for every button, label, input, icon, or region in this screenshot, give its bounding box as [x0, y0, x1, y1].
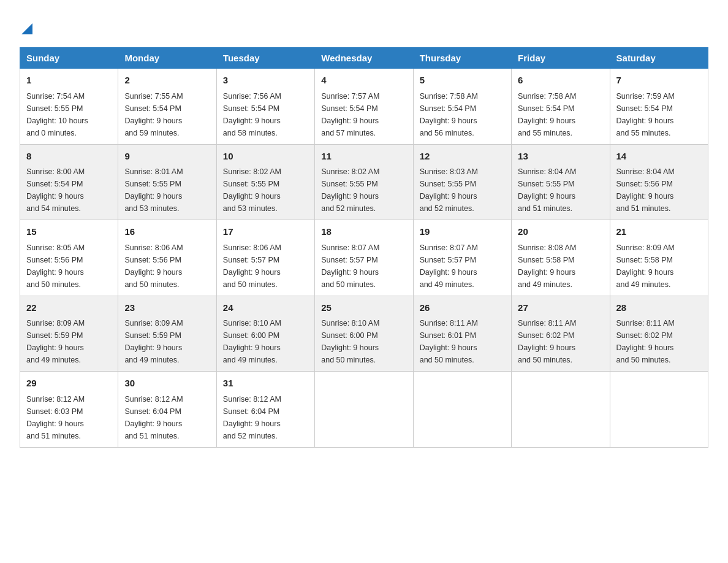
table-row: 4Sunrise: 7:57 AMSunset: 5:54 PMDaylight…: [315, 69, 413, 145]
day-info: Sunrise: 8:10 AMSunset: 6:00 PMDaylight:…: [223, 317, 308, 366]
day-info: Sunrise: 8:07 AMSunset: 5:57 PMDaylight:…: [321, 242, 406, 291]
day-info: Sunrise: 8:02 AMSunset: 5:55 PMDaylight:…: [321, 166, 406, 215]
day-number: 20: [518, 225, 603, 239]
day-info: Sunrise: 8:06 AMSunset: 5:57 PMDaylight:…: [223, 242, 308, 291]
table-row: 9Sunrise: 8:01 AMSunset: 5:55 PMDaylight…: [118, 144, 216, 220]
day-info: Sunrise: 7:59 AMSunset: 5:54 PMDaylight:…: [616, 90, 702, 139]
day-info: Sunrise: 7:58 AMSunset: 5:54 PMDaylight:…: [518, 90, 603, 139]
table-row: 11Sunrise: 8:02 AMSunset: 5:55 PMDayligh…: [315, 144, 413, 220]
table-row: 27Sunrise: 8:11 AMSunset: 6:02 PMDayligh…: [512, 296, 610, 372]
day-number: 5: [420, 74, 505, 88]
day-info: Sunrise: 8:12 AMSunset: 6:04 PMDaylight:…: [223, 393, 308, 442]
day-number: 30: [124, 377, 210, 391]
table-row: 30Sunrise: 8:12 AMSunset: 6:04 PMDayligh…: [118, 372, 216, 448]
table-row: 8Sunrise: 8:00 AMSunset: 5:54 PMDaylight…: [20, 144, 118, 220]
day-info: Sunrise: 8:07 AMSunset: 5:57 PMDaylight:…: [420, 242, 505, 291]
table-row: 12Sunrise: 8:03 AMSunset: 5:55 PMDayligh…: [413, 144, 511, 220]
day-info: Sunrise: 8:12 AMSunset: 6:04 PMDaylight:…: [124, 393, 210, 442]
day-number: 1: [26, 74, 112, 88]
day-info: Sunrise: 8:04 AMSunset: 5:56 PMDaylight:…: [616, 166, 702, 215]
day-number: 3: [223, 74, 308, 88]
table-row: 29Sunrise: 8:12 AMSunset: 6:03 PMDayligh…: [20, 372, 118, 448]
calendar-week-row: 22Sunrise: 8:09 AMSunset: 5:59 PMDayligh…: [20, 296, 708, 372]
day-number: 23: [124, 301, 210, 315]
day-info: Sunrise: 8:00 AMSunset: 5:54 PMDaylight:…: [26, 166, 112, 215]
day-number: 4: [321, 74, 406, 88]
day-number: 7: [616, 74, 702, 88]
calendar-table: Sunday Monday Tuesday Wednesday Thursday…: [20, 47, 708, 448]
table-row: 19Sunrise: 8:07 AMSunset: 5:57 PMDayligh…: [413, 220, 511, 296]
day-number: 26: [420, 301, 505, 315]
calendar-week-row: 8Sunrise: 8:00 AMSunset: 5:54 PMDaylight…: [20, 144, 708, 220]
table-row: 22Sunrise: 8:09 AMSunset: 5:59 PMDayligh…: [20, 296, 118, 372]
calendar-week-row: 15Sunrise: 8:05 AMSunset: 5:56 PMDayligh…: [20, 220, 708, 296]
table-row: [610, 372, 708, 448]
col-friday: Friday: [512, 48, 610, 69]
day-number: 25: [321, 301, 406, 315]
table-row: [315, 372, 413, 448]
calendar-header-row: Sunday Monday Tuesday Wednesday Thursday…: [20, 48, 708, 69]
day-info: Sunrise: 7:55 AMSunset: 5:54 PMDaylight:…: [124, 90, 210, 139]
logo-triangle-icon: [21, 23, 32, 34]
col-sunday: Sunday: [20, 48, 118, 69]
day-info: Sunrise: 8:09 AMSunset: 5:58 PMDaylight:…: [616, 242, 702, 291]
day-number: 13: [518, 150, 603, 164]
day-number: 16: [124, 225, 210, 239]
table-row: 2Sunrise: 7:55 AMSunset: 5:54 PMDaylight…: [118, 69, 216, 145]
table-row: 7Sunrise: 7:59 AMSunset: 5:54 PMDaylight…: [610, 69, 708, 145]
calendar-week-row: 1Sunrise: 7:54 AMSunset: 5:55 PMDaylight…: [20, 69, 708, 145]
day-number: 6: [518, 74, 603, 88]
table-row: 5Sunrise: 7:58 AMSunset: 5:54 PMDaylight…: [413, 69, 511, 145]
day-number: 9: [124, 150, 210, 164]
col-tuesday: Tuesday: [216, 48, 314, 69]
day-info: Sunrise: 8:11 AMSunset: 6:01 PMDaylight:…: [420, 317, 505, 366]
table-row: 23Sunrise: 8:09 AMSunset: 5:59 PMDayligh…: [118, 296, 216, 372]
table-row: 17Sunrise: 8:06 AMSunset: 5:57 PMDayligh…: [216, 220, 314, 296]
logo: [20, 15, 32, 35]
day-number: 10: [223, 150, 308, 164]
day-info: Sunrise: 7:56 AMSunset: 5:54 PMDaylight:…: [223, 90, 308, 139]
day-info: Sunrise: 8:09 AMSunset: 5:59 PMDaylight:…: [124, 317, 210, 366]
day-info: Sunrise: 8:11 AMSunset: 6:02 PMDaylight:…: [518, 317, 603, 366]
day-number: 14: [616, 150, 702, 164]
day-number: 15: [26, 225, 112, 239]
table-row: 6Sunrise: 7:58 AMSunset: 5:54 PMDaylight…: [512, 69, 610, 145]
day-info: Sunrise: 8:04 AMSunset: 5:55 PMDaylight:…: [518, 166, 603, 215]
day-number: 21: [616, 225, 702, 239]
page-header: [20, 15, 708, 35]
table-row: 25Sunrise: 8:10 AMSunset: 6:00 PMDayligh…: [315, 296, 413, 372]
table-row: 28Sunrise: 8:11 AMSunset: 6:02 PMDayligh…: [610, 296, 708, 372]
day-number: 11: [321, 150, 406, 164]
table-row: 10Sunrise: 8:02 AMSunset: 5:55 PMDayligh…: [216, 144, 314, 220]
table-row: 16Sunrise: 8:06 AMSunset: 5:56 PMDayligh…: [118, 220, 216, 296]
day-number: 27: [518, 301, 603, 315]
table-row: [413, 372, 511, 448]
day-info: Sunrise: 7:57 AMSunset: 5:54 PMDaylight:…: [321, 90, 406, 139]
day-info: Sunrise: 8:02 AMSunset: 5:55 PMDaylight:…: [223, 166, 308, 215]
col-monday: Monday: [118, 48, 216, 69]
day-number: 19: [420, 225, 505, 239]
day-number: 17: [223, 225, 308, 239]
table-row: 31Sunrise: 8:12 AMSunset: 6:04 PMDayligh…: [216, 372, 314, 448]
table-row: 21Sunrise: 8:09 AMSunset: 5:58 PMDayligh…: [610, 220, 708, 296]
col-wednesday: Wednesday: [315, 48, 413, 69]
table-row: 1Sunrise: 7:54 AMSunset: 5:55 PMDaylight…: [20, 69, 118, 145]
day-info: Sunrise: 8:11 AMSunset: 6:02 PMDaylight:…: [616, 317, 702, 366]
table-row: 15Sunrise: 8:05 AMSunset: 5:56 PMDayligh…: [20, 220, 118, 296]
day-number: 22: [26, 301, 112, 315]
col-thursday: Thursday: [413, 48, 511, 69]
day-info: Sunrise: 8:12 AMSunset: 6:03 PMDaylight:…: [26, 393, 112, 442]
day-info: Sunrise: 8:08 AMSunset: 5:58 PMDaylight:…: [518, 242, 603, 291]
day-info: Sunrise: 8:05 AMSunset: 5:56 PMDaylight:…: [26, 242, 112, 291]
logo-general: [20, 15, 32, 35]
table-row: [512, 372, 610, 448]
day-number: 18: [321, 225, 406, 239]
day-info: Sunrise: 8:10 AMSunset: 6:00 PMDaylight:…: [321, 317, 406, 366]
table-row: 20Sunrise: 8:08 AMSunset: 5:58 PMDayligh…: [512, 220, 610, 296]
day-number: 12: [420, 150, 505, 164]
day-info: Sunrise: 8:01 AMSunset: 5:55 PMDaylight:…: [124, 166, 210, 215]
day-number: 31: [223, 377, 308, 391]
day-info: Sunrise: 7:58 AMSunset: 5:54 PMDaylight:…: [420, 90, 505, 139]
day-info: Sunrise: 8:09 AMSunset: 5:59 PMDaylight:…: [26, 317, 112, 366]
day-number: 29: [26, 377, 112, 391]
